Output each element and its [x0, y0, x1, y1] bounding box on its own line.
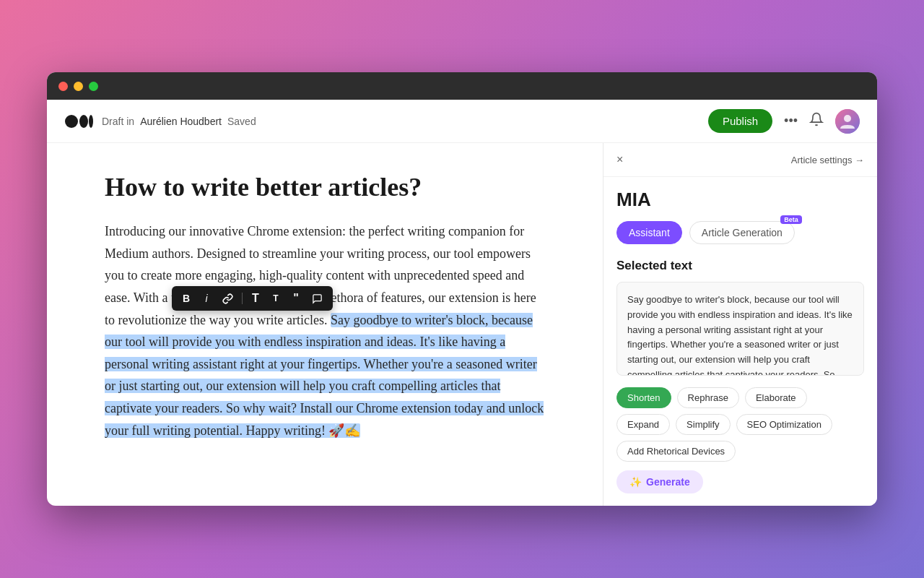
- svg-point-0: [65, 115, 78, 128]
- chip-seo[interactable]: SEO Optimization: [736, 414, 832, 435]
- comment-button[interactable]: [309, 292, 326, 306]
- bold-button[interactable]: B: [179, 291, 193, 306]
- editor-area[interactable]: How to write better articles? Introducin…: [47, 143, 603, 506]
- minimize-button[interactable]: [74, 82, 83, 91]
- chip-rhetorical[interactable]: Add Rhetorical Devices: [616, 441, 736, 462]
- tab-article-generation[interactable]: Article Generation: [689, 221, 795, 244]
- svg-point-4: [844, 115, 851, 122]
- medium-logo: [64, 113, 93, 130]
- toolbar-divider: [242, 293, 243, 304]
- article-body[interactable]: Introducing our innovative Chrome extens…: [105, 220, 545, 441]
- link-button[interactable]: [219, 292, 236, 306]
- notifications-button[interactable]: [809, 112, 824, 130]
- generate-label: Generate: [646, 476, 690, 488]
- traffic-lights: [58, 82, 98, 91]
- chip-simplify[interactable]: Simplify: [676, 414, 731, 435]
- beta-badge: Beta: [780, 215, 802, 224]
- topbar-right: Publish •••: [708, 109, 860, 134]
- chip-shorten[interactable]: Shorten: [616, 387, 671, 408]
- content-area: How to write better articles? Introducin…: [47, 143, 877, 506]
- titlebar: [47, 72, 877, 100]
- quote-button[interactable]: ": [289, 290, 303, 306]
- draft-label: Draft in: [102, 116, 134, 127]
- bell-icon: [809, 112, 824, 130]
- svg-point-1: [79, 115, 88, 128]
- generate-button[interactable]: ✨ Generate: [616, 470, 703, 493]
- article-settings-link[interactable]: Article settings →: [791, 155, 864, 165]
- italic-button[interactable]: i: [199, 291, 214, 306]
- chip-elaborate[interactable]: Elaborate: [745, 387, 807, 408]
- fullscreen-button[interactable]: [89, 82, 98, 91]
- body-text-before: Introducing our innovative Chrome extens…: [105, 224, 536, 327]
- close-button[interactable]: [58, 82, 68, 91]
- avatar[interactable]: [835, 109, 860, 134]
- more-options-button[interactable]: •••: [784, 113, 798, 129]
- article-title[interactable]: How to write better articles?: [105, 172, 545, 203]
- svg-point-2: [89, 115, 93, 128]
- mia-title: MIA: [616, 189, 864, 211]
- author-name: Aurélien Houdbert: [140, 116, 222, 127]
- generate-icon: ✨: [629, 476, 642, 488]
- panel-close-button[interactable]: ×: [616, 153, 623, 166]
- chip-rephrase[interactable]: Rephrase: [677, 387, 739, 408]
- medium-logo-svg: [64, 113, 93, 130]
- highlighted-text[interactable]: Say goodbye to writer's block, because o…: [105, 313, 544, 438]
- saved-label: Saved: [227, 116, 256, 127]
- panel-header: × Article settings →: [603, 143, 877, 177]
- tab-generation-wrapper: Article Generation Beta: [689, 221, 795, 244]
- panel-body: MIA Assistant Article Generation Beta Se…: [603, 177, 877, 506]
- topbar-left: Draft in Aurélien Houdbert Saved: [64, 113, 256, 130]
- heading-small-button[interactable]: T: [269, 292, 283, 305]
- publish-button[interactable]: Publish: [708, 109, 772, 133]
- heading-big-button[interactable]: T: [248, 290, 263, 306]
- more-icon: •••: [784, 113, 798, 129]
- selected-text-label: Selected text: [616, 259, 864, 273]
- side-panel: × Article settings → MIA Assistant Artic…: [603, 143, 877, 506]
- tab-row: Assistant Article Generation Beta: [616, 221, 864, 244]
- app-window: Draft in Aurélien Houdbert Saved Publish…: [47, 72, 877, 506]
- topbar: Draft in Aurélien Houdbert Saved Publish…: [47, 100, 877, 143]
- tab-assistant[interactable]: Assistant: [616, 221, 682, 244]
- chip-expand[interactable]: Expand: [616, 414, 670, 435]
- selected-text-box: Say goodbye to writer's block, because o…: [616, 282, 864, 376]
- draft-info: Draft in Aurélien Houdbert Saved: [102, 116, 256, 127]
- formatting-toolbar: B i T T ": [172, 286, 333, 311]
- action-chips: Shorten Rephrase Elaborate Expand Simpli…: [616, 387, 864, 462]
